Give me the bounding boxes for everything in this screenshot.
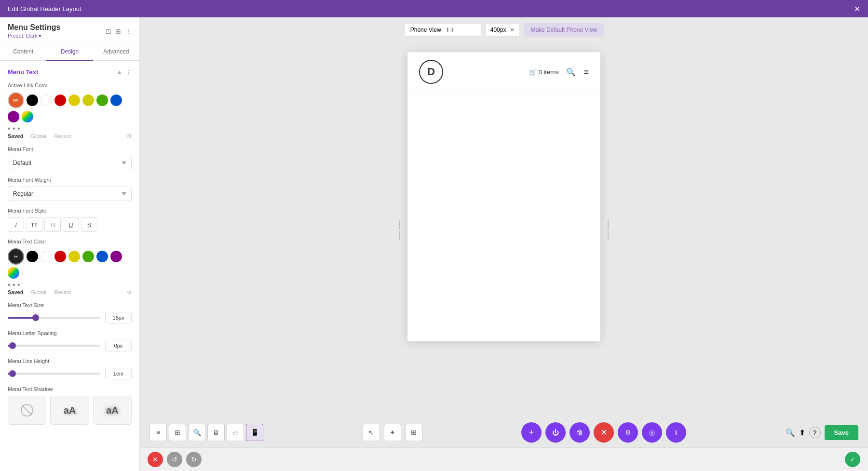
text-color-swatch-white[interactable] [41, 251, 52, 262]
rows-tool-btn[interactable]: ≡ [149, 424, 167, 441]
menu-text-size-group: Menu Text Size [8, 302, 132, 323]
viewport-close-icon[interactable]: ✕ [510, 27, 515, 33]
panel-icon-1[interactable]: ⊡ [106, 27, 111, 35]
select-tool-btn[interactable]: ↖ [363, 424, 380, 441]
menu-text-size-input[interactable] [105, 312, 132, 323]
section-menu-icon[interactable]: ⋮ [125, 68, 132, 76]
make-default-btn[interactable]: Make Default Phone View [524, 23, 604, 37]
menu-font-style-group: Menu Font Style I TT Tt U S [8, 208, 132, 232]
target-btn[interactable]: ◎ [642, 422, 662, 443]
color-tab-recent[interactable]: Recent [54, 133, 71, 139]
viewport-select[interactable]: Phone View ⬆⬇ [404, 23, 481, 37]
color-swatch-purple[interactable] [8, 111, 19, 122]
color-swatch-lime[interactable] [82, 94, 94, 106]
style-strikethrough-btn[interactable]: S [81, 217, 97, 232]
transform-tool-btn[interactable]: ✦ [384, 424, 401, 441]
text-color-picker-icon[interactable] [8, 267, 19, 279]
tab-content[interactable]: Content [0, 43, 46, 61]
layout-tool-btn[interactable]: ▭ [227, 424, 244, 441]
color-picker-icon[interactable] [22, 111, 33, 122]
color-more-btn[interactable]: • • • [8, 124, 132, 133]
phone-tool-btn[interactable]: 📱 [246, 424, 263, 441]
menu-letter-spacing-track[interactable] [8, 345, 100, 347]
active-link-color-swatches: ✏ [8, 92, 132, 122]
preview-search-icon[interactable]: 🔍 [566, 67, 576, 77]
text-color-swatch-blue[interactable] [96, 251, 108, 262]
grid-tool-btn[interactable]: ⊞ [169, 424, 186, 441]
left-resize-handle[interactable] [398, 220, 402, 240]
style-capitalize-btn[interactable]: Tt [44, 217, 61, 232]
text-color-swatch-yellow[interactable] [68, 251, 80, 262]
save-btn[interactable]: Save [825, 425, 858, 440]
menu-text-color-selected[interactable]: ✏ [8, 248, 24, 265]
menu-text-size-track[interactable] [8, 317, 100, 319]
right-resize-handle[interactable] [606, 220, 610, 240]
style-italic-btn[interactable]: I [8, 217, 24, 232]
panel-icon-3[interactable]: ⋮ [125, 27, 132, 35]
menu-font-weight-label: Menu Font Weight [8, 177, 132, 183]
circle-buttons-group: + ⏻ 🗑 ✕ ⚙ ◎ i [521, 422, 686, 443]
desktop-tool-btn[interactable]: 🖥 [207, 424, 225, 441]
menu-line-height-input[interactable] [105, 368, 132, 379]
style-underline-btn[interactable]: U [63, 217, 79, 232]
color-settings-icon[interactable]: ⚙ [127, 133, 132, 139]
delete-btn[interactable]: 🗑 [570, 422, 590, 443]
viewport-width-value[interactable]: 400px [490, 27, 506, 33]
info-btn[interactable]: i [666, 422, 686, 443]
search-tool-btn[interactable]: 🔍 [188, 424, 205, 441]
add-btn[interactable]: + [521, 422, 542, 443]
power-btn[interactable]: ⏻ [545, 422, 566, 443]
menu-line-height-track[interactable] [8, 373, 100, 375]
menu-letter-spacing-input[interactable] [105, 340, 132, 351]
color-tab-saved[interactable]: Saved [8, 133, 23, 139]
settings-btn[interactable]: ⚙ [618, 422, 638, 443]
confirm-action-btn[interactable]: ✓ [845, 452, 860, 467]
menu-font-select[interactable]: Default [8, 156, 132, 170]
close-icon[interactable]: ✕ [854, 4, 860, 13]
color-swatch-white[interactable] [41, 94, 52, 106]
color-swatch-yellow[interactable] [68, 94, 80, 106]
preview-container: D 🛒 0 items 🔍 ≡ [140, 42, 868, 417]
text-color-swatch-red[interactable] [54, 251, 66, 262]
help-icon[interactable]: ? [809, 427, 821, 438]
viewport-chevron-icon: ⬆⬇ [445, 27, 455, 33]
search-right-icon[interactable]: 🔍 [786, 428, 795, 437]
undo-action-btn[interactable]: ↺ [167, 452, 182, 467]
text-color-tab-saved[interactable]: Saved [8, 289, 23, 296]
redo-action-btn[interactable]: ↻ [186, 452, 202, 467]
close-circle-btn[interactable]: ✕ [594, 422, 614, 443]
color-tab-global[interactable]: Global [31, 133, 46, 139]
color-swatch-green[interactable] [96, 94, 108, 106]
text-color-settings-icon[interactable]: ⚙ [127, 289, 132, 296]
tab-design[interactable]: Design [46, 43, 93, 61]
shadow-style2-btn[interactable]: aA [93, 396, 132, 425]
color-swatch-red[interactable] [54, 94, 66, 106]
shadow-style1-btn[interactable]: aA [50, 396, 89, 425]
text-color-more-btn[interactable]: • • • [8, 281, 132, 289]
menu-text-size-label: Menu Text Size [8, 302, 132, 308]
active-link-color-selected[interactable]: ✏ [8, 92, 24, 108]
viewport-toolbar: Phone View ⬆⬇ 400px ✕ Make Default Phone… [140, 17, 868, 42]
cancel-action-btn[interactable]: ✕ [148, 452, 163, 467]
svg-line-1 [22, 405, 32, 415]
menu-letter-spacing-slider-row [8, 340, 132, 351]
text-color-tab-recent[interactable]: Recent [54, 289, 71, 296]
text-color-swatch-green[interactable] [82, 251, 94, 262]
section-collapse-icon[interactable]: ▲ [116, 68, 122, 76]
color-swatch-blue[interactable] [110, 94, 122, 106]
color-swatch-black[interactable] [27, 94, 38, 106]
share-icon[interactable]: ⬆ [799, 428, 805, 437]
grid-view-tool-btn[interactable]: ⊞ [405, 424, 422, 441]
main-area: Phone View ⬆⬇ 400px ✕ Make Default Phone… [140, 17, 868, 471]
text-color-tab-global[interactable]: Global [31, 289, 46, 296]
cart-icon: 🛒 [529, 68, 537, 76]
menu-font-weight-select[interactable]: Regular [8, 187, 132, 201]
text-color-swatch-purple[interactable] [110, 251, 122, 262]
preview-menu-icon[interactable]: ≡ [583, 67, 589, 77]
tab-advanced[interactable]: Advanced [93, 43, 139, 61]
text-color-swatch-black[interactable] [27, 251, 38, 262]
panel-icon-2[interactable]: ⊞ [115, 27, 121, 35]
panel-header: Menu Settings Preset: Dark ▾ ⊡ ⊞ ⋮ [0, 17, 139, 43]
shadow-none-btn[interactable] [8, 396, 46, 425]
style-uppercase-btn[interactable]: TT [26, 217, 42, 232]
